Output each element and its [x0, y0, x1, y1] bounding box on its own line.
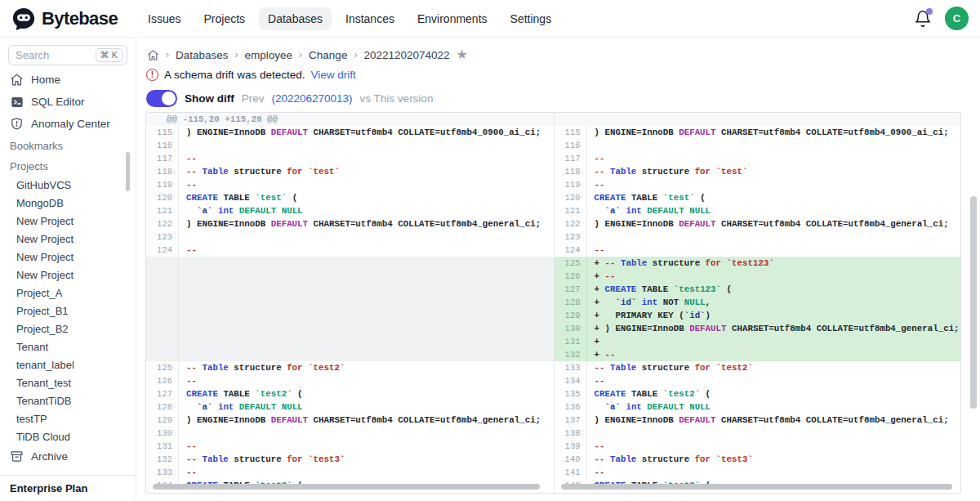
project-item[interactable]: New Project [0, 248, 136, 266]
right-pane-horizontal-scrollbar[interactable] [561, 484, 952, 490]
bytebase-logo-icon [11, 7, 36, 31]
project-item[interactable]: New Project [0, 230, 136, 248]
project-item[interactable]: Project_B2 [0, 320, 136, 338]
vs-label: vs This version [360, 92, 434, 105]
project-item[interactable]: Tenant_test [0, 374, 136, 391]
diff-toolbar: Show diff Prev (202206270013) vs This ve… [136, 81, 980, 107]
alert-icon: ! [146, 69, 158, 81]
code-line: -- Table structure for `test` [179, 165, 554, 178]
code-line [179, 322, 554, 335]
show-diff-label: Show diff [185, 92, 234, 105]
nav-link-databases[interactable]: Databases [259, 7, 332, 30]
diff-row: 127CREATE TABLE `test2` ( [146, 387, 554, 400]
nav-link-environments[interactable]: Environments [408, 7, 497, 30]
top-navbar: Bytebase IssuesProjectsDatabasesInstance… [0, 0, 980, 38]
code-line: -- [179, 466, 554, 479]
view-drift-link[interactable]: View drift [311, 69, 356, 81]
line-number: 129 [555, 309, 587, 322]
navbar-right: C [914, 7, 969, 30]
code-line [179, 348, 554, 361]
project-item[interactable]: Project_A [0, 284, 136, 302]
search-input[interactable]: Search ⌘ K [8, 45, 127, 65]
sidebar-item-home[interactable]: Home [0, 69, 136, 91]
line-number: 139 [555, 440, 587, 453]
line-number: 126 [146, 374, 179, 387]
project-item[interactable]: TenantTiDB [0, 391, 136, 409]
diff-row: 124-- [146, 244, 554, 257]
line-number [146, 257, 179, 270]
diff-row: 126-- [146, 374, 554, 387]
line-number: 120 [146, 191, 179, 204]
diff-row: 123 [555, 230, 961, 244]
diff-row: 118-- Table structure for `test` [146, 165, 554, 178]
prev-version-link[interactable]: (202206270013) [272, 92, 353, 105]
nav-link-issues[interactable]: Issues [139, 7, 189, 30]
code-line [587, 139, 961, 152]
breadcrumb-item[interactable]: Change [309, 49, 347, 61]
line-number: 130 [146, 427, 179, 440]
page-vertical-scrollbar[interactable] [970, 196, 977, 409]
breadcrumb-item[interactable]: employee [245, 49, 293, 61]
sidebar-item-sql-editor[interactable]: SQL Editor [0, 91, 136, 113]
diff-row: 118-- Table structure for `test` [555, 165, 961, 178]
terminal-icon [10, 95, 24, 109]
notifications-bell-icon[interactable] [914, 10, 932, 28]
project-item[interactable]: New Project [0, 266, 136, 284]
bytebase-logo[interactable]: Bytebase [11, 7, 118, 31]
project-item[interactable]: Tenant [0, 338, 136, 356]
code-line: + `id` int NOT NULL, [587, 296, 961, 309]
project-item[interactable]: GitHubVCS [0, 176, 136, 194]
diff-row: 131-- [146, 440, 554, 453]
line-number: 126 [555, 270, 587, 283]
breadcrumb-item[interactable]: 20221202074022 [363, 49, 449, 61]
diff-row [146, 257, 554, 270]
code-line: -- [179, 440, 554, 453]
breadcrumb-home-icon[interactable] [147, 49, 159, 61]
sidebar: Search ⌘ K HomeSQL EditorAnomaly Center … [0, 38, 136, 501]
diff-row: 116 [555, 139, 961, 152]
show-diff-toggle[interactable] [146, 90, 177, 107]
diff-row: 141-- [555, 466, 961, 479]
diff-row: 127+ CREATE TABLE `test123` ( [555, 283, 961, 296]
sidebar-item-archive[interactable]: Archive [0, 445, 136, 468]
sidebar-scrollbar[interactable] [126, 152, 130, 191]
diff-row: 128 `a` int DEFAULT NULL [146, 400, 554, 414]
code-line: CREATE TABLE `test2` ( [587, 387, 961, 400]
line-number [146, 296, 179, 309]
nav-link-projects[interactable]: Projects [195, 7, 255, 30]
breadcrumb-item[interactable]: Databases [176, 49, 229, 61]
diff-row [146, 296, 554, 309]
project-item[interactable]: testTP [0, 409, 136, 427]
sidebar-item-label: SQL Editor [31, 96, 85, 108]
home-icon [10, 73, 24, 87]
line-number: 119 [146, 178, 179, 191]
code-line: -- Table structure for `test2` [587, 361, 961, 374]
line-number: 122 [555, 217, 587, 230]
code-line [179, 257, 554, 270]
code-line: -- Table structure for `test` [587, 165, 961, 178]
code-line: CREATE TABLE `test` ( [179, 191, 554, 204]
project-item[interactable]: TiDB Cloud [0, 427, 136, 445]
line-number: 125 [146, 361, 179, 374]
nav-link-instances[interactable]: Instances [336, 7, 403, 30]
code-line: -- [179, 178, 554, 191]
line-number: 120 [555, 191, 587, 204]
bookmark-star-icon[interactable]: ★ [457, 48, 468, 61]
archive-icon [10, 450, 24, 463]
nav-link-settings[interactable]: Settings [501, 7, 561, 30]
code-line: -- [587, 178, 961, 191]
line-number: 128 [146, 400, 179, 414]
project-item[interactable]: New Project [0, 212, 136, 230]
code-line: `a` int DEFAULT NULL [179, 204, 554, 217]
project-item[interactable]: MongoDB [0, 194, 136, 212]
diff-row: 115) ENGINE=InnoDB DEFAULT CHARSET=utf8m… [146, 126, 554, 139]
code-line: -- [587, 152, 961, 165]
diff-row: 134-- [555, 374, 961, 387]
sidebar-item-anomaly-center[interactable]: Anomaly Center [0, 113, 136, 135]
avatar[interactable]: C [945, 7, 969, 30]
project-item[interactable]: Project_B1 [0, 302, 136, 320]
project-item[interactable]: tenant_label [0, 356, 136, 374]
left-pane-horizontal-scrollbar[interactable] [153, 484, 540, 490]
diff-row [146, 309, 554, 322]
line-number: 136 [555, 400, 587, 414]
